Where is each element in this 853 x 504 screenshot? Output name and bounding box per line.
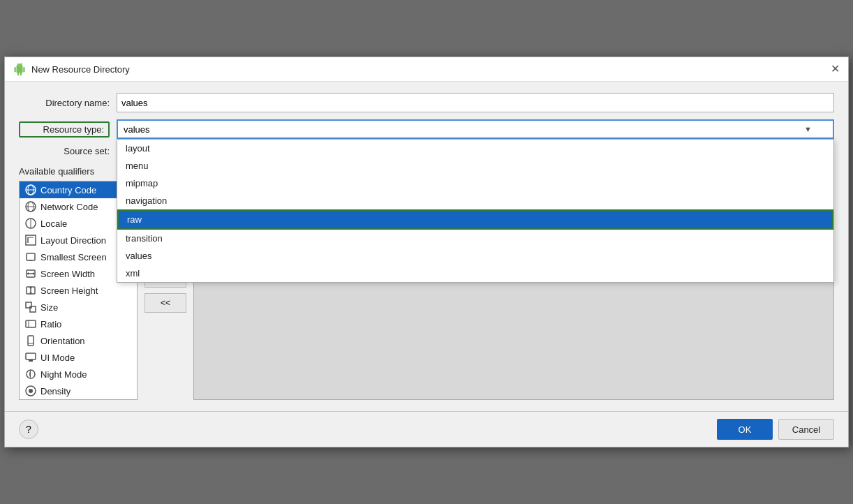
qualifier-item-size[interactable]: Size [20,299,137,316]
dropdown-item-raw[interactable]: raw [117,209,833,230]
ratio-icon [25,318,36,329]
svg-rect-28 [29,360,33,362]
country-code-icon [25,184,36,195]
dropdown-item-navigation[interactable]: navigation [117,192,833,209]
qualifier-item-screen-height-label: Screen Height [40,286,98,296]
orientation-icon [25,335,36,346]
dialog-footer: ? OK Cancel [5,411,848,447]
svg-point-30 [29,389,33,393]
smallest-screen-icon [25,251,36,262]
dropdown-item-menu[interactable]: menu [117,157,833,175]
cancel-button[interactable]: Cancel [778,419,834,440]
qualifier-item-ui-mode-label: UI Mode [40,353,75,363]
title-bar-left: New Resource Directory [13,63,130,75]
dropdown-item-mipmap[interactable]: mipmap [117,175,833,192]
dropdown-item-transition[interactable]: transition [117,230,833,247]
density-icon [25,385,36,396]
android-icon [13,63,26,75]
network-code-icon [25,201,36,212]
resource-type-label: Resource type: [19,121,110,138]
close-button[interactable]: ✕ [831,64,840,75]
qualifier-item-ui-mode[interactable]: UI Mode [20,349,137,366]
resource-type-dropdown[interactable]: values ▼ [117,119,834,139]
directory-name-input[interactable] [117,93,834,112]
screen-width-icon [25,268,36,279]
svg-rect-22 [30,306,36,312]
qualifier-item-ratio[interactable]: Ratio [20,316,137,332]
ok-button[interactable]: OK [717,419,773,440]
qualifier-item-layout-direction-label: Layout Direction [40,235,106,246]
svg-rect-27 [26,353,36,360]
qualifier-item-screen-width-label: Screen Width [40,269,95,279]
dropdown-item-values[interactable]: values [117,247,833,265]
dropdown-item-xml[interactable]: xml [117,265,833,282]
qualifier-item-night-mode[interactable]: Night Mode [20,366,137,383]
qualifier-item-smallest-screen-label: Smallest Screen [40,252,107,262]
dropdown-selected-value: values [124,124,150,135]
remove-qualifier-button[interactable]: << [144,293,186,313]
svg-rect-25 [28,336,34,346]
qualifier-item-night-mode-label: Night Mode [40,369,87,380]
footer-actions: OK Cancel [717,419,834,440]
layout-direction-icon [25,235,36,246]
svg-rect-21 [26,302,31,308]
new-resource-directory-dialog: New Resource Directory ✕ Directory name:… [4,57,849,447]
qualifier-item-ratio-label: Ratio [40,319,61,329]
qualifier-item-locale-label: Locale [40,218,67,229]
svg-rect-23 [26,320,36,327]
dropdown-arrow-icon: ▼ [804,125,812,133]
qualifier-item-density[interactable]: Density [20,383,137,399]
resource-type-row: Resource type: values ▼ layout menu mipm… [19,119,834,139]
resource-type-dropdown-wrapper: values ▼ layout menu mipmap navigation r… [117,119,834,139]
svg-rect-11 [27,253,35,260]
night-mode-icon [25,369,36,380]
dropdown-item-layout[interactable]: layout [117,140,833,157]
qualifier-item-network-code-label: Network Code [40,202,98,212]
qualifier-item-screen-height[interactable]: Screen Height [20,282,137,299]
qualifier-item-orientation-label: Orientation [40,336,85,346]
ui-mode-icon [25,352,36,363]
directory-name-label: Directory name: [19,98,110,108]
svg-rect-8 [26,235,36,245]
directory-name-row: Directory name: [19,93,834,112]
qualifier-item-size-label: Size [40,302,58,313]
resource-type-dropdown-menu: layout menu mipmap navigation raw transi… [117,139,834,283]
locale-icon [25,218,36,229]
size-icon [25,302,36,313]
qualifier-item-country-code-label: Country Code [40,185,96,195]
title-bar: New Resource Directory ✕ [5,57,848,82]
qualifier-item-density-label: Density [40,386,71,396]
help-button[interactable]: ? [19,420,38,439]
screen-height-icon [25,285,36,296]
source-set-label: Source set: [19,146,110,156]
dialog-body: Directory name: Resource type: values ▼ … [5,82,848,411]
qualifier-item-orientation[interactable]: Orientation [20,332,137,349]
dialog-title: New Resource Directory [31,64,130,75]
